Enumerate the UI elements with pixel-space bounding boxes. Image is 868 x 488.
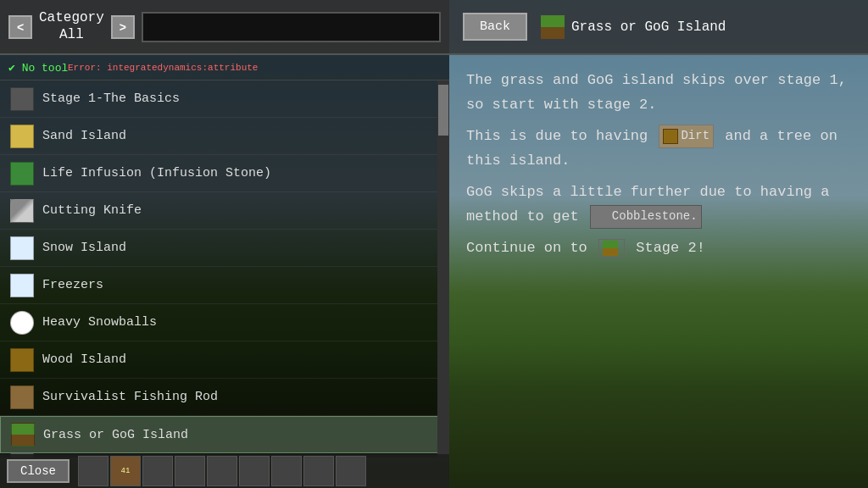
item-label-snowballs: Heavy Snowballs — [42, 315, 157, 330]
inventory-slot-4[interactable] — [207, 456, 237, 486]
inventory-slot-6[interactable] — [271, 456, 302, 486]
back-button[interactable]: Back — [463, 13, 527, 41]
list-item-wood[interactable]: Wood Island — [0, 341, 449, 379]
inventory-slot-0[interactable] — [78, 456, 108, 486]
list-item-fishing[interactable]: Survivalist Fishing Rod — [0, 379, 449, 416]
dirt-label: Dirt — [681, 126, 709, 147]
category-label: Category All — [39, 10, 104, 42]
error-text: Error: integratedynamics:attribute — [68, 63, 258, 73]
item-label-grass: Grass or GoG Island — [43, 428, 188, 442]
bottom-bar: Close 41 — [0, 454, 449, 488]
bottom-slots: 41 — [78, 456, 366, 486]
close-button[interactable]: Close — [7, 459, 70, 483]
list-item-life[interactable]: Life Infusion (Infusion Stone) — [0, 155, 449, 192]
scrollbar[interactable] — [437, 80, 449, 458]
item-label-snow: Snow Island — [42, 241, 126, 255]
no-tool-notice: ✔ No tool — [8, 61, 68, 75]
item-icon-stage1 — [10, 87, 34, 111]
cobble-label: Cobblestone. — [612, 207, 698, 227]
right-panel-content: The grass and GoG island skips over stag… — [449, 55, 868, 488]
left-panel: < Category All > ✔ No tool Error: integr… — [0, 0, 449, 458]
list-item-sand[interactable]: Sand Island — [0, 118, 449, 155]
dirt-icon — [663, 129, 678, 144]
list-item-knife[interactable]: Cutting Knife — [0, 192, 449, 230]
list-item-grass[interactable]: Grass or GoG Island — [0, 416, 449, 453]
item-label-stage1: Stage 1-The Basics — [42, 92, 180, 106]
right-header: Back Grass or GoG Island — [449, 0, 868, 55]
notice-row: ✔ No tool Error: integratedynamics:attri… — [0, 55, 449, 80]
stage2-icon — [603, 241, 618, 256]
item-icon-life — [10, 162, 34, 186]
right-panel: Back Grass or GoG Island The grass and G… — [449, 0, 868, 488]
item-icon-fishing — [10, 385, 34, 409]
inventory-slot-5[interactable] — [239, 456, 270, 486]
header-row: < Category All > — [0, 0, 449, 55]
list-item-stage1[interactable]: Stage 1-The Basics — [0, 80, 449, 118]
cobble-icon — [594, 209, 609, 225]
item-icon-knife — [10, 199, 34, 223]
inventory-slot-2[interactable] — [142, 456, 173, 486]
prev-category-button[interactable]: < — [8, 15, 32, 39]
list-item-snow[interactable]: Snow Island — [0, 230, 449, 267]
item-icon-snowballs — [10, 311, 34, 335]
dirt-item: Dirt — [659, 125, 714, 148]
next-category-button[interactable]: > — [111, 15, 135, 39]
item-label-wood: Wood Island — [42, 352, 126, 367]
item-label-freezers: Freezers — [42, 278, 103, 292]
inventory-slot-8[interactable] — [336, 456, 366, 486]
item-label-sand: Sand Island — [42, 129, 126, 143]
item-icon-sand — [10, 125, 34, 148]
scrollbar-thumb — [438, 85, 448, 136]
cobble-item: Cobblestone. — [590, 205, 702, 229]
list-item-snowballs[interactable]: Heavy Snowballs — [0, 304, 449, 341]
inventory-slot-3[interactable] — [175, 456, 205, 486]
list-item-freezers[interactable]: Freezers — [0, 267, 449, 304]
stage2-item — [598, 239, 625, 258]
item-icon-wood — [10, 348, 34, 372]
inventory-slot-1[interactable]: 41 — [110, 456, 141, 486]
search-box[interactable] — [142, 12, 441, 42]
item-label-knife: Cutting Knife — [42, 203, 142, 218]
category-line1: Category — [39, 10, 104, 26]
content-p2: This is due to having Dirt and a tree on… — [466, 125, 851, 174]
item-icon-freezers — [10, 274, 34, 297]
inventory-slot-7[interactable] — [303, 456, 334, 486]
item-icon-snow — [10, 236, 34, 260]
list-items: Stage 1-The Basics Sand Island Life Infu… — [0, 80, 449, 458]
content-p4: Continue on to Stage 2! — [466, 236, 851, 261]
title-icon — [541, 15, 565, 39]
item-label-life: Life Infusion (Infusion Stone) — [42, 166, 271, 180]
category-line2: All — [59, 27, 84, 43]
item-label-fishing: Survivalist Fishing Rod — [42, 390, 218, 404]
right-panel-title: Grass or GoG Island — [571, 19, 726, 35]
item-icon-grass — [11, 423, 35, 446]
content-p3: GoG skips a little further due to having… — [466, 180, 851, 230]
content-p1: The grass and GoG island skips over stag… — [466, 69, 851, 118]
list-container: Stage 1-The Basics Sand Island Life Infu… — [0, 80, 449, 458]
